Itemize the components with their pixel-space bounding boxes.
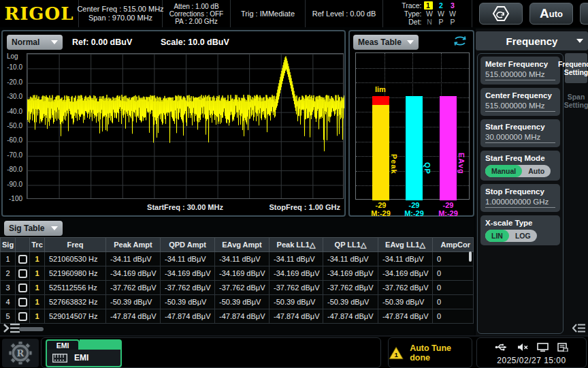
field-stop-frequency[interactable]: Stop Frequency1.000000000 GHz — [480, 184, 560, 212]
top-buttons: Auto — [472, 0, 588, 27]
table-row[interactable]: 41527663832 Hz-50.39 dBμV-50.39 dBμV-50.… — [1, 295, 474, 309]
emi-mode-card[interactable]: EMI — [46, 350, 122, 367]
warning-icon: 1 — [389, 346, 404, 360]
row-checkbox[interactable] — [18, 269, 27, 278]
table-cell: -37.762 dBμV — [106, 281, 161, 295]
trace-2-type: W — [436, 10, 447, 18]
trace-2-det: P — [436, 18, 447, 26]
sig-number: 4 — [1, 295, 16, 309]
field-start-freq-mode[interactable]: Start Freq ModeManualAuto — [480, 151, 560, 181]
signal-table-area: Sig Table SigTrcFreqPeak AmptQPD AmptEAv… — [0, 218, 474, 335]
preset-button[interactable] — [479, 3, 523, 25]
column-header[interactable]: Trc — [30, 238, 45, 252]
menu-header-dropdown[interactable]: Frequency — [476, 31, 588, 50]
column-header[interactable]: Peak LL1△ — [270, 238, 323, 252]
notification-area[interactable]: 1 Auto Tune done — [388, 337, 472, 368]
ref-label[interactable]: Ref: 0.00 dBuV — [72, 37, 132, 47]
table-cell: 525112556 Hz — [45, 281, 106, 295]
column-header[interactable]: AmpCor — [433, 238, 474, 252]
table-cell: -50.39 dBμV — [270, 295, 323, 309]
table-row[interactable]: 31525112556 Hz-37.762 dBμV-37.762 dBμV-3… — [1, 281, 474, 295]
field-label: Meter Frequency — [485, 60, 555, 68]
field-start-frequency[interactable]: Start Frequency30.000000 MHz — [480, 119, 560, 147]
chevron-down-icon — [576, 39, 583, 43]
field-label: Stop Frequency — [485, 187, 555, 196]
checkbox-cell — [16, 266, 30, 281]
row-checkbox[interactable] — [18, 298, 27, 307]
toggle-option-auto[interactable]: Auto — [522, 165, 551, 177]
trigger-status[interactable]: Trig : IMMediate — [231, 0, 306, 27]
usb-icon — [495, 343, 508, 352]
table-cell: -34.169 dBμV — [378, 266, 433, 281]
y-axis-tick: -50.0 — [7, 122, 22, 129]
row-checkbox[interactable] — [18, 283, 27, 292]
trace-number: 1 — [30, 295, 45, 309]
column-header[interactable]: Peak Ampt — [106, 238, 161, 252]
partial-button[interactable] — [580, 3, 588, 25]
field-meter-frequency[interactable]: Meter Frequency515.000000 MHz — [480, 57, 560, 85]
table-cell: -50.39 dBμV — [106, 295, 161, 309]
freq-span-status[interactable]: Center Freq : 515.00 MHz Span : 970.00 M… — [79, 0, 163, 27]
meas-table-dropdown[interactable]: Meas Table — [353, 35, 419, 50]
field-label: X-scale Type — [485, 219, 555, 227]
toggle-x-scale-type[interactable]: LINLOG — [485, 230, 537, 242]
table-horizontal-scrollbar[interactable] — [19, 327, 44, 331]
trace-mode-dropdown[interactable]: Normal — [7, 35, 63, 50]
alert-message: Auto Tune done — [410, 343, 472, 363]
field-x-scale-type[interactable]: X-scale TypeLINLOG — [480, 215, 560, 245]
expand-table-icon[interactable] — [3, 322, 20, 334]
chevron-down-icon — [407, 40, 414, 44]
trace-mode-value: Normal — [12, 37, 39, 47]
mode-tabs-section: EMI EMI — [41, 337, 381, 368]
toggle-start-freq-mode[interactable]: ManualAuto — [485, 165, 551, 177]
toggle-option-log[interactable]: LOG — [509, 230, 537, 242]
status-icons — [477, 343, 586, 352]
swap-view-icon[interactable] — [453, 36, 468, 46]
row-checkbox[interactable] — [18, 312, 27, 321]
trace-2-badge: 2 — [436, 1, 447, 10]
keypad-icon — [52, 354, 67, 363]
spectrum-panel: Normal Ref: 0.00 dBuV Scale: 10.0 dBuV L… — [1, 30, 346, 217]
table-cell: -34.169 dBμV — [106, 266, 161, 281]
system-status-section[interactable]: 2025/02/27 15:00 — [476, 337, 587, 368]
toggle-option-lin[interactable]: LIN — [485, 230, 509, 242]
amplitude-status[interactable]: Atten : 1.00 dB Corrections : OFF PA : 2… — [163, 0, 231, 27]
meas-bar-qp — [406, 96, 423, 200]
emi-card-label: EMI — [74, 353, 88, 363]
scale-label[interactable]: Scale: 10.0 dBuV — [161, 37, 229, 47]
table-row[interactable]: 51529014507 Hz-47.874 dBμV-47.874 dBμV-4… — [1, 309, 474, 324]
sig-table-dropdown[interactable]: Sig Table — [4, 221, 63, 236]
tab-frequency-setting[interactable]: Frequency Setting — [565, 53, 587, 83]
table-row[interactable]: 11521060530 Hz-34.11 dBμV-34.11 dBμV-34.… — [1, 252, 474, 266]
hide-menu-icon[interactable] — [572, 323, 586, 333]
table-cell: -34.169 dBμV — [215, 266, 270, 281]
spectrum-plot[interactable] — [27, 53, 344, 199]
rigol-logo: RIGOL — [0, 0, 79, 27]
ref-level-status[interactable]: Ref Level : 0.00 dB — [306, 0, 383, 27]
column-header[interactable]: EAvg LL1△ — [378, 238, 433, 252]
column-header[interactable] — [16, 238, 30, 252]
sig-number: 3 — [1, 281, 16, 295]
column-header[interactable]: Freq — [45, 238, 106, 252]
system-menu-button[interactable]: R — [2, 339, 39, 367]
column-header[interactable]: QPD Ampt — [161, 238, 215, 252]
trace-grid-label: Type: — [397, 10, 424, 18]
column-header[interactable]: EAvg Ampt — [215, 238, 270, 252]
field-value: 515.000000 MHz — [485, 68, 555, 80]
emi-tab-label[interactable]: EMI — [46, 339, 80, 350]
column-header[interactable]: QP LL1△ — [323, 238, 378, 252]
table-vertical-scrollbar[interactable] — [469, 251, 472, 262]
trace-info[interactable]: Trace:123Type:WWWDet:NPP — [383, 0, 472, 27]
analyzer-screen: RIGOL Center Freq : 515.00 MHz Span : 97… — [0, 0, 588, 368]
limit-label: lim — [375, 85, 386, 93]
trace-number: 1 — [30, 309, 45, 324]
emi-mode-tab[interactable]: EMI EMI — [46, 339, 122, 367]
tab-span-setting[interactable]: Span Setting — [565, 86, 587, 116]
field-center-frequency[interactable]: Center Frequency515.000000 MHz — [480, 88, 560, 116]
column-header[interactable]: Sig — [1, 238, 16, 252]
checkbox-cell — [16, 309, 30, 324]
row-checkbox[interactable] — [18, 255, 27, 264]
auto-tune-button[interactable]: Auto — [529, 3, 573, 25]
toggle-option-manual[interactable]: Manual — [485, 165, 522, 177]
table-row[interactable]: 21521960980 Hz-34.169 dBμV-34.169 dBμV-3… — [1, 266, 474, 281]
